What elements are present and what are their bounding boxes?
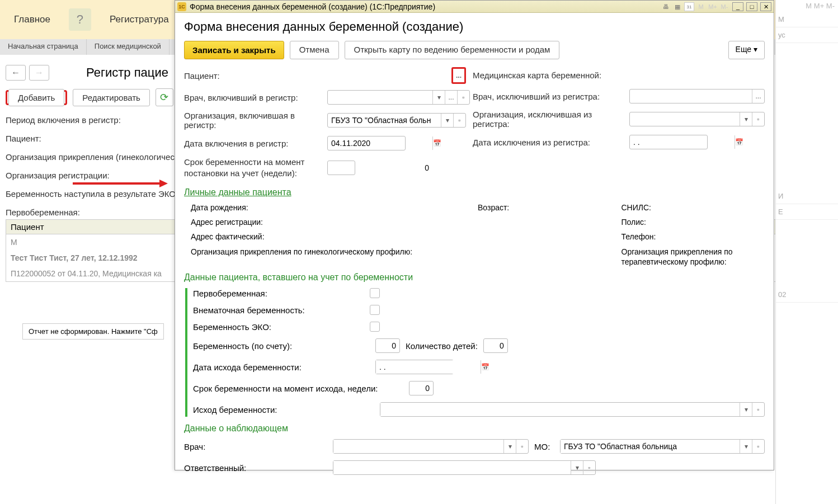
outcome-weeks-input[interactable] [409, 381, 434, 395]
org-out-field[interactable] [630, 112, 740, 126]
obs-doctor-field[interactable] [333, 440, 503, 453]
open-icon[interactable]: ▫ [752, 112, 764, 126]
dropdown-icon[interactable]: ▾ [740, 403, 752, 416]
lbl-eko-preg: Беременность ЭКО: [193, 322, 370, 332]
lbl-addr-reg: Адрес регистрации: [191, 218, 478, 227]
refresh-button[interactable]: ⟳ [156, 88, 173, 106]
more-button[interactable]: Еще ▾ [728, 41, 765, 59]
dropdown-icon[interactable]: ▾ [503, 440, 516, 453]
dots-icon[interactable]: ... [752, 90, 764, 103]
lbl-card: Медицинская карта беременной: [473, 70, 629, 80]
lbl-org-out: Организация, исключившая из регистра: [473, 110, 629, 129]
lbl-org-ther: Организация прикрепления по терапевтичес… [622, 247, 765, 267]
mplus-icon[interactable]: M+ [708, 2, 718, 11]
lbl-preg-count: Беременность (по счету): [193, 341, 370, 351]
lbl-outcome-weeks: Срок беременности на момент исхода, неде… [193, 384, 403, 393]
lbl-outcome-date: Дата исхода беременности: [193, 362, 370, 372]
open-icon[interactable]: ▫ [516, 440, 528, 453]
dropdown-icon[interactable]: ▾ [740, 440, 752, 453]
outcome-field[interactable] [380, 403, 740, 416]
date-in-input[interactable]: 📅 [327, 136, 406, 150]
lbl-ectopic: Внематочная беременность: [193, 305, 370, 315]
edit-button[interactable]: Редактировать [73, 89, 150, 106]
calc-icon[interactable]: ▦ [672, 2, 682, 11]
modal-titlebar[interactable]: 1C Форма внесения данных беременной (соз… [175, 1, 774, 13]
lbl-age: Возраст: [478, 203, 622, 212]
outcome-date-input[interactable]: 📅 [375, 360, 454, 374]
preg-count-input[interactable] [375, 338, 400, 353]
lbl-resp: Ответственный: [184, 463, 327, 473]
print-icon[interactable]: 🖶 [661, 2, 671, 11]
patient-select-button[interactable]: ... [453, 69, 464, 82]
lbl-phone: Телефон: [622, 232, 765, 241]
open-icon[interactable]: ▫ [457, 91, 469, 104]
org-in-input[interactable]: ▾ ▫ [327, 113, 466, 128]
dropdown-icon[interactable]: ▾ [571, 461, 583, 474]
cancel-button[interactable]: Отмена [290, 41, 339, 59]
nav-main[interactable]: Главное [0, 14, 64, 25]
lbl-date-out: Дата исключения из регистра: [473, 138, 629, 147]
tab-home[interactable]: Начальная страница [0, 39, 87, 55]
eko-checkbox[interactable] [370, 322, 380, 332]
help-icon[interactable]: ? [69, 8, 91, 31]
tab-search[interactable]: Поиск медицинской [87, 39, 170, 55]
lbl-addr-fact: Адрес фактический: [191, 232, 478, 241]
open-icon[interactable]: ▫ [752, 403, 764, 416]
children-input[interactable] [483, 338, 508, 353]
calendar-icon[interactable]: 📅 [735, 135, 743, 149]
chevron-down-icon: ▾ [754, 45, 757, 54]
first-preg-checkbox[interactable] [370, 288, 380, 298]
lbl-org-gyn: Организация прикрепления по гинекологиче… [191, 247, 478, 267]
lbl-patient: Пациент: [184, 71, 327, 81]
svg-marker-1 [159, 180, 168, 187]
section-personal[interactable]: Личные данные пациента [184, 187, 765, 197]
open-icon[interactable]: ▫ [583, 461, 595, 474]
dropdown-icon[interactable]: ▾ [432, 91, 445, 104]
ectopic-checkbox[interactable] [370, 305, 380, 315]
doctor-out-field[interactable] [630, 90, 752, 103]
patient-select-highlight: ... [451, 67, 466, 84]
open-card-button[interactable]: Открыть карту по ведению беременности и … [345, 41, 560, 59]
weeks-input[interactable] [327, 161, 355, 175]
section-preg: Данные пациента, вставшего на учет по бе… [184, 272, 765, 282]
doctor-out-input[interactable]: ... [629, 89, 765, 103]
lbl-doctor-out: Врач, исключивший из регистра: [473, 92, 629, 101]
date-out-field[interactable] [630, 135, 735, 149]
outcome-input[interactable]: ▾ ▫ [380, 402, 765, 417]
back-button[interactable]: ← [6, 65, 26, 81]
open-icon[interactable]: ▫ [453, 114, 465, 127]
resp-input[interactable]: ▾ ▫ [333, 460, 596, 475]
dots-icon[interactable]: ... [445, 91, 457, 104]
obs-doctor-input[interactable]: ▾ ▫ [333, 439, 529, 454]
forward-button[interactable]: → [29, 65, 49, 81]
nav-reg[interactable]: Регистратура [96, 14, 183, 25]
save-close-button[interactable]: Записать и закрыть [184, 41, 284, 59]
dropdown-icon[interactable]: ▾ [441, 114, 453, 127]
doctor-in-field[interactable] [328, 91, 432, 104]
close-button[interactable]: ✕ [760, 2, 771, 11]
minimize-button[interactable]: _ [732, 2, 743, 11]
resp-field[interactable] [333, 461, 571, 474]
org-in-field[interactable] [328, 114, 441, 127]
outcome-date-field[interactable] [376, 360, 481, 374]
dropdown-icon[interactable]: ▾ [740, 112, 752, 126]
m-buttons: M M+ M- [776, 0, 838, 12]
calendar-icon[interactable]: 📅 [432, 136, 441, 150]
lbl-weeks: Срок беременности на момент постановки н… [184, 157, 327, 178]
open-icon[interactable]: ▫ [752, 440, 764, 453]
calendar-icon[interactable]: 📅 [481, 360, 489, 374]
lbl-first-preg: Первобеременная: [193, 289, 370, 298]
date-out-input[interactable]: 📅 [629, 135, 708, 149]
m-icon[interactable]: M [696, 2, 706, 11]
section-observer: Данные о наблюдающем [184, 423, 765, 434]
add-button[interactable]: Добавить [8, 89, 64, 106]
mminus-icon[interactable]: M- [719, 2, 729, 11]
weeks-field[interactable] [328, 161, 432, 175]
maximize-button[interactable]: □ [746, 2, 757, 11]
calendar-icon[interactable]: 31 [684, 2, 694, 11]
date-in-field[interactable] [328, 136, 432, 150]
mo-input[interactable]: ▾ ▫ [560, 439, 765, 454]
org-out-input[interactable]: ▾ ▫ [629, 112, 765, 126]
doctor-in-input[interactable]: ▾ ... ▫ [327, 90, 470, 105]
mo-field[interactable] [561, 440, 740, 453]
